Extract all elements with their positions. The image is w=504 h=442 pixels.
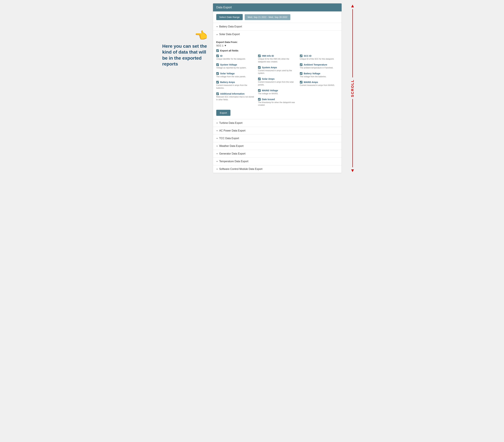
field-desc-battery-voltage: The voltage from the batteries. [300, 75, 338, 78]
field-mains-voltage: MAINS Voltage The voltage on MAINS. [258, 89, 296, 95]
section-label-turbine: Turbine Data Export [219, 122, 243, 125]
field-name-ambient-temp: Ambient Temperature [304, 63, 327, 66]
field-name-id: ID [220, 55, 223, 57]
section-temperature: ▼ Temperature Data Export [213, 158, 342, 165]
field-name-mains-voltage: MAINS Voltage [262, 89, 278, 92]
field-solar-amps: Solar Amps Current measured in amps from… [258, 78, 296, 86]
field-desc-system-voltage: Voltage as reported by the system. [216, 67, 255, 69]
section-header-ac-power[interactable]: ▼ AC Power Data Export [213, 127, 342, 134]
field-hmi-info-id: HMI Info ID Unique ID for the HMI info w… [258, 55, 296, 63]
checkbox-solar-amps[interactable] [258, 78, 261, 80]
scc-value: SCC 1 [216, 44, 224, 47]
field-name-solar-amps: Solar Amps [262, 78, 275, 80]
checkbox-ambient-temp[interactable] [300, 63, 302, 66]
section-label-solar: Solar Data Export [219, 33, 240, 36]
section-header-tcc[interactable]: ▼ TCC Data Export [213, 135, 342, 142]
field-name-date-issued: Date Issued [262, 98, 275, 101]
field-date-issued: Date Issued The timestamp for when the d… [258, 98, 296, 107]
section-ac-power: ▼ AC Power Data Export [213, 127, 342, 135]
section-header-weather[interactable]: ▼ Weather Data Export [213, 142, 342, 150]
checkbox-additional-info[interactable] [216, 92, 219, 95]
scroll-indicator: ▲ SCROLL ▼ [350, 3, 355, 173]
annotation-text: Here you can set the kind of data that w… [162, 43, 208, 67]
panel-header: Data Export [213, 3, 342, 11]
section-turbine: ▼ Turbine Data Export [213, 119, 342, 127]
panel-title: Data Export [216, 6, 232, 9]
arrow-icon-generator: ▼ [216, 153, 218, 155]
section-label-weather: Weather Data Export [219, 145, 243, 147]
export-all-row: Export all fields [216, 49, 338, 52]
field-name-scc-id: SCC ID [304, 55, 312, 57]
checkbox-date-issued[interactable] [258, 98, 261, 101]
section-header-generator[interactable]: ▼ Generator Data Export [213, 150, 342, 157]
checkbox-scc-id[interactable] [300, 55, 302, 57]
field-desc-mains-voltage: The voltage on MAINS. [258, 92, 296, 95]
arrow-icon-ac-power: ▼ [216, 130, 218, 132]
field-desc-scc-id: Unique ID of the SCC for this datapoint. [300, 58, 338, 60]
solar-export-button[interactable]: Export [216, 110, 230, 116]
field-battery-amps: Battery Amps Current measured in amps fr… [216, 81, 255, 90]
fields-grid: ID Unique identifier for the datapoint. … [216, 55, 338, 107]
checkbox-id[interactable] [216, 55, 219, 57]
arrow-icon-weather: ▼ [216, 145, 218, 147]
section-label-software: Software Control Module Data Export [219, 167, 262, 170]
fields-col-0: ID Unique identifier for the datapoint. … [216, 55, 255, 107]
checkbox-system-voltage[interactable] [216, 63, 219, 66]
arrow-icon-solar: ▲ [216, 34, 218, 35]
select-date-button[interactable]: Select Date Range [216, 14, 243, 20]
section-header-battery[interactable]: ▼ Battery Data Export [213, 23, 342, 30]
left-annotation: 👉 Here you can set the kind of data that… [162, 3, 208, 67]
field-scc-id: SCC ID Unique ID of the SCC for this dat… [300, 55, 338, 60]
field-name-solar-voltage: Solar Voltage [220, 72, 235, 75]
field-mains-amps: MAINS Amps Current measured in amps from… [300, 81, 338, 87]
date-range-display: Wed, Sep 21 2022 - Wed, Sep 28 2022 [245, 14, 290, 20]
fields-col-2: SCC ID Unique ID of the SCC for this dat… [300, 55, 338, 107]
field-id: ID Unique identifier for the datapoint. [216, 55, 255, 60]
checkbox-solar-voltage[interactable] [216, 72, 219, 75]
hand-icon: 👉 [162, 29, 208, 42]
fields-col-1: HMI Info ID Unique ID for the HMI info w… [258, 55, 296, 107]
field-desc-ambient-temp: The ambient temperature in Farenheit. [300, 67, 338, 69]
field-name-hmi-info-id: HMI Info ID [262, 55, 274, 57]
section-label-ac-power: AC Power Data Export [219, 129, 245, 132]
field-name-system-amps: System Amps [262, 66, 277, 69]
section-generator: ▼ Generator Data Export [213, 150, 342, 158]
field-desc-solar-voltage: The voltage from the solar panels. [216, 75, 255, 78]
field-desc-mains-amps: Current measured in amps from MAINS. [300, 84, 338, 87]
section-header-turbine[interactable]: ▼ Turbine Data Export [213, 119, 342, 127]
field-desc-id: Unique identifier for the datapoint. [216, 58, 255, 60]
checkbox-hmi-info-id[interactable] [258, 55, 261, 57]
section-header-solar[interactable]: ▲ Solar Data Export [213, 31, 342, 38]
field-name-mains-amps: MAINS Amps [304, 81, 318, 83]
field-desc-hmi-info-id: Unique ID for the HMI info when the data… [258, 58, 296, 63]
section-weather: ▼ Weather Data Export [213, 142, 342, 150]
field-ambient-temp: Ambient Temperature The ambient temperat… [300, 63, 338, 69]
page-wrapper: 👉 Here you can set the kind of data that… [162, 3, 342, 173]
field-desc-system-amps: Current measured in amps used by the sys… [258, 69, 296, 75]
arrow-icon-tcc: ▼ [216, 138, 218, 139]
solar-section-content: Export Data From: SCC 1 ▼ Export all fie… [213, 38, 342, 119]
checkbox-battery-amps[interactable] [216, 81, 219, 83]
scroll-line-bottom [352, 99, 353, 167]
export-all-label: Export all fields [220, 49, 239, 52]
main-panel: Data Export Select Date Range Wed, Sep 2… [213, 3, 342, 173]
scc-dropdown-arrow: ▼ [224, 44, 226, 47]
checkbox-battery-voltage[interactable] [300, 72, 302, 75]
scc-selector[interactable]: SCC 1 ▼ [216, 44, 226, 47]
field-system-voltage: System Voltage Voltage as reported by th… [216, 63, 255, 69]
field-name-battery-voltage: Battery Voltage [304, 72, 320, 75]
section-tcc: ▼ TCC Data Export [213, 135, 342, 142]
section-header-software[interactable]: ▼ Software Control Module Data Export [213, 165, 342, 173]
checkbox-mains-voltage[interactable] [258, 89, 261, 92]
arrow-icon-turbine: ▼ [216, 122, 218, 124]
field-system-amps: System Amps Current measured in amps use… [258, 66, 296, 75]
export-all-checkbox[interactable] [216, 49, 219, 52]
checkbox-mains-amps[interactable] [300, 81, 302, 83]
checkbox-system-amps[interactable] [258, 66, 261, 69]
section-solar: ▲ Solar Data Export Export Data From: SC… [213, 31, 342, 119]
toolbar: Select Date Range Wed, Sep 21 2022 - Wed… [213, 11, 342, 23]
arrow-icon-battery: ▼ [216, 26, 218, 28]
section-header-temperature[interactable]: ▼ Temperature Data Export [213, 158, 342, 165]
section-software: ▼ Software Control Module Data Export [213, 165, 342, 173]
scroll-arrow-up: ▲ [350, 3, 355, 8]
